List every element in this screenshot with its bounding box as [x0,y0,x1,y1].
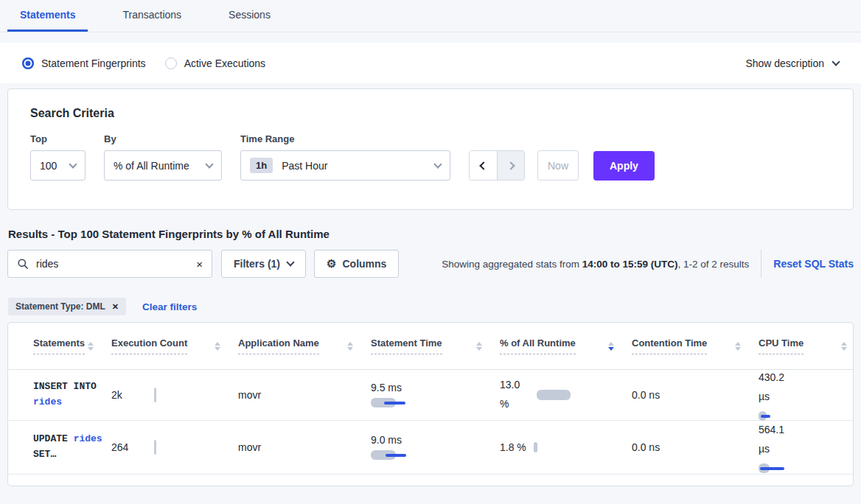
statement-text: SET… [33,449,56,460]
execution-count-bar [154,388,156,402]
chevron-down-icon [286,258,294,266]
cpu-time-value: 564.1 µs [759,421,794,459]
statement-text: UPDATE [33,433,68,444]
radio-unselected-icon [165,57,177,69]
radio-active-executions[interactable]: Active Executions [165,57,266,69]
tab-transactions[interactable]: Transactions [110,0,194,32]
next-time-button[interactable] [497,151,524,180]
tab-statements[interactable]: Statements [7,0,88,32]
column-header-label: Statement Time [371,337,442,354]
sort-icon [841,342,847,351]
cpu-time-cell: 564.1 µs [759,421,853,474]
column-header-contention-time[interactable]: Contention Time [632,337,759,354]
pct-runtime-value: 1.8 % [500,441,526,453]
statement-text: INSERT INTO [33,381,97,392]
search-criteria-title: Search Criteria [30,107,831,120]
by-select[interactable]: % of All Runtime [104,150,222,181]
prev-time-button[interactable] [470,151,497,180]
execution-count-value: 2k [111,389,136,401]
top-label: Top [30,133,86,144]
applied-filters-row: Statement Type: DML ✕ Clear filters [8,298,853,315]
top-field: Top 100 [30,133,86,181]
chevron-left-icon [479,161,487,169]
application-name-cell: movr [238,441,371,453]
results-controls-row: × Filters (1) ⚙ Columns Showing aggregat… [7,250,854,278]
columns-button[interactable]: ⚙ Columns [314,250,399,278]
by-select-value: % of All Runtime [114,160,189,172]
stats-summary: Showing aggregated stats from 14:00 to 1… [442,259,749,270]
execution-count-cell: 264 [111,440,238,455]
time-range-badge: 1h [250,158,273,173]
columns-button-label: Columns [342,258,386,270]
column-header-pct-runtime[interactable]: % of All Runtime [500,337,632,354]
statement-time-cell: 9.5 ms [371,382,500,408]
clear-filters-link[interactable]: Clear filters [142,301,197,312]
vertical-divider [761,250,761,278]
column-header-execution-count[interactable]: Execution Count [111,337,238,354]
table-header-row: Statements Execution Count Application N… [8,323,853,370]
top-select-value: 100 [40,160,57,172]
search-icon [17,258,29,270]
top-select[interactable]: 100 [30,150,86,181]
statement-time-bar [371,450,408,461]
execution-count-cell: 2k [111,388,238,402]
stats-prefix: Showing aggregated stats from [442,259,582,270]
column-header-label: % of All Runtime [500,337,576,354]
column-header-label: Contention Time [632,337,707,354]
show-description-toggle[interactable]: Show description [745,57,839,69]
statement-link[interactable]: rides [74,433,102,444]
contention-time-cell: 0.0 ns [632,441,759,453]
time-range-label: Time Range [240,133,450,144]
statement-link[interactable]: rides [33,396,62,407]
stats-area: Showing aggregated stats from 14:00 to 1… [442,250,854,278]
execution-count-bar [154,440,156,455]
application-name-value: movr [238,389,261,401]
filters-button[interactable]: Filters (1) [221,250,306,278]
pct-runtime-cell: 13.0 % [500,376,632,414]
radio-selected-icon [22,57,34,69]
remove-filter-icon[interactable]: ✕ [112,302,119,312]
column-header-label: CPU Time [759,337,804,354]
search-criteria-card: Search Criteria Top 100 By % of All Runt… [7,88,854,210]
by-field: By % of All Runtime [104,133,222,181]
pct-runtime-bar [534,442,537,452]
radio-label: Statement Fingerprints [41,57,146,69]
cpu-time-bar [759,411,781,421]
column-header-cpu-time[interactable]: CPU Time [759,337,853,354]
tab-sessions[interactable]: Sessions [216,0,283,32]
sort-icon [347,342,353,351]
execution-count-value: 264 [111,441,136,453]
statements-table: Statements Execution Count Application N… [7,322,854,486]
sort-icon [476,342,482,351]
sql-activity-tabbar: Statements Transactions Sessions [0,0,861,32]
statement-time-value: 9.5 ms [371,382,500,393]
column-header-label: Statements [33,337,85,354]
filter-pill-label: Statement Type: DML [15,301,105,312]
search-input[interactable] [36,258,196,270]
table-row: INSERT INTO rides 2k movr 9.5 ms 13.0 % … [8,370,853,421]
column-header-label: Execution Count [111,337,187,354]
filters-button-label: Filters (1) [234,258,280,270]
statement-search-box: × [7,250,212,278]
now-button[interactable]: Now [537,150,579,181]
reset-sql-stats-link[interactable]: Reset SQL Stats [773,258,854,270]
cpu-time-value: 430.2 µs [759,368,794,407]
by-label: By [104,133,222,144]
clear-search-icon[interactable]: × [196,259,203,270]
application-name-cell: movr [238,389,371,401]
apply-button[interactable]: Apply [593,151,655,181]
statement-time-value: 9.0 ms [371,434,500,446]
contention-time-value: 0.0 ns [632,441,660,453]
radio-statement-fingerprints[interactable]: Statement Fingerprints [22,57,146,69]
time-range-select[interactable]: 1h Past Hour [240,150,450,181]
column-header-statement-time[interactable]: Statement Time [371,337,500,354]
column-header-statements[interactable]: Statements [8,337,111,354]
column-header-application-name[interactable]: Application Name [238,337,371,354]
results-heading: Results - Top 100 Statement Fingerprints… [8,228,853,240]
pct-runtime-bar [537,390,571,400]
gear-icon: ⚙ [327,257,336,270]
application-name-value: movr [238,441,261,453]
show-description-label: Show description [745,57,824,69]
cpu-time-cell: 430.2 µs [759,368,853,421]
statement-cell: INSERT INTO rides [8,379,111,410]
